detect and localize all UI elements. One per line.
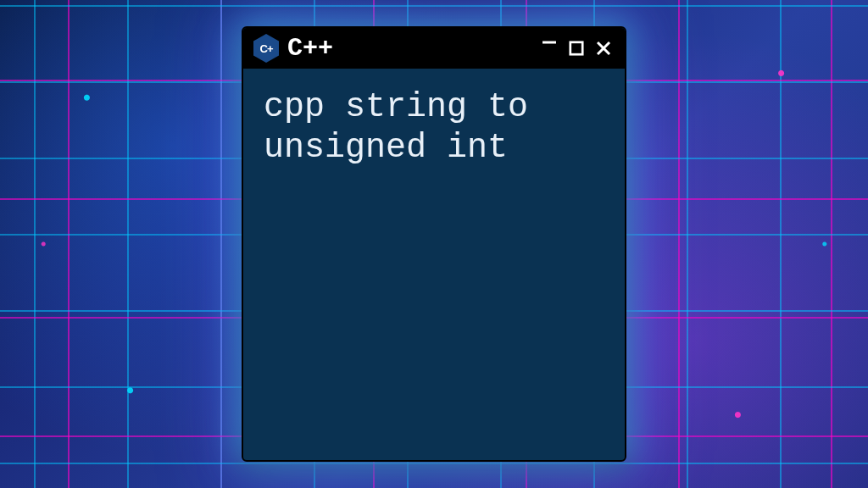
window-controls <box>538 37 615 59</box>
terminal-content: cpp string to unsigned int <box>243 69 625 460</box>
icon-label: C+ <box>260 42 273 55</box>
titlebar[interactable]: C+ C++ <box>243 28 625 69</box>
minimize-button[interactable] <box>538 37 560 59</box>
maximize-button[interactable] <box>565 37 587 59</box>
cpp-icon: C+ <box>253 34 279 63</box>
close-button[interactable] <box>593 37 615 59</box>
terminal-window: C+ C++ cpp string to unsigned int <box>242 26 626 462</box>
window-title: C++ <box>287 34 530 63</box>
svg-rect-1 <box>570 42 582 54</box>
